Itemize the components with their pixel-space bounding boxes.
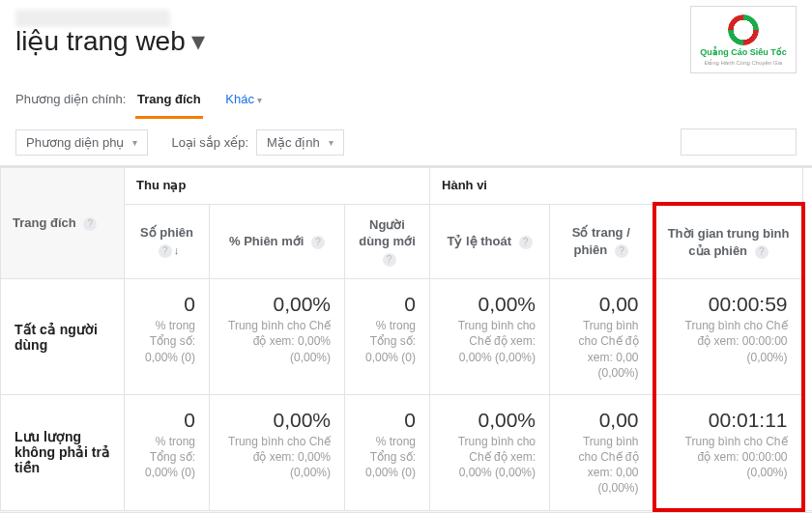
logo-text: Quảng Cáo Siêu Tốc: [700, 47, 787, 57]
search-input[interactable]: [681, 128, 797, 156]
cell-sessions: 0% trong Tổng số: 0,00% (0): [125, 394, 210, 510]
help-icon[interactable]: ?: [159, 244, 172, 258]
help-icon[interactable]: ?: [755, 245, 768, 259]
col-bounce-rate[interactable]: Tỷ lệ thoát ?: [430, 204, 550, 279]
col-pages-per-session[interactable]: Số trang / phiên ?: [550, 204, 654, 279]
cell-bounce: 0,00%Trung bình cho Chế độ xem: 0,00% (0…: [430, 394, 550, 510]
table-row: Lưu lượng không phải trả tiền 0% trong T…: [1, 394, 813, 510]
sort-value: Mặc định: [267, 135, 320, 150]
sort-desc-icon: ↓: [174, 244, 180, 256]
help-icon[interactable]: ?: [83, 217, 97, 231]
cell-avg-time: 00:00:59Trung bình cho Chế độ xem: 00:00…: [654, 279, 803, 395]
cell-sessions: 0% trong Tổng số: 0,00% (0): [125, 279, 210, 395]
row-label-all-users: Tất cả người dùng: [1, 279, 125, 395]
brand-logo: Quảng Cáo Siêu Tốc Đồng Hành Cùng Chuyên…: [690, 6, 797, 73]
cell-new-users: 0% trong Tổng số: 0,00% (0): [345, 279, 430, 395]
col-dimension[interactable]: Trang đích ?: [1, 168, 125, 279]
logo-swirl-icon: [728, 14, 759, 45]
col-group-behavior: Hành vi: [430, 168, 803, 205]
secondary-dimension-label: Phương diện phụ: [26, 135, 124, 150]
col-new-sessions[interactable]: % Phiên mới ?: [210, 204, 345, 279]
chevron-down-icon: ▾: [132, 137, 137, 148]
cell-avg-time: 00:01:11Trung bình cho Chế độ xem: 00:00…: [654, 394, 803, 510]
cell-new-sessions: 0,00%Trung bình cho Chế độ xem: 0,00% (0…: [210, 279, 345, 395]
col-new-users[interactable]: Người dùng mới ?: [345, 204, 430, 279]
tab-landing-page[interactable]: Trang đích: [135, 88, 203, 119]
col-avg-session-duration[interactable]: Thời gian trung bình của phiên ?: [654, 204, 803, 279]
sort-select[interactable]: Mặc định ▾: [256, 129, 344, 156]
logo-subtext: Đồng Hành Cùng Chuyên Gia: [705, 59, 782, 66]
cell-new-users: 0% trong Tổng số: 0,00% (0): [345, 394, 430, 510]
row-label-organic: Lưu lượng không phải trả tiền: [1, 394, 125, 510]
table-row: Tất cả người dùng 0% trong Tổng số: 0,00…: [1, 279, 813, 395]
chevron-down-icon[interactable]: ▾: [191, 25, 205, 57]
help-icon[interactable]: ?: [311, 236, 325, 249]
sort-label: Loại sắp xếp:: [171, 135, 248, 150]
help-icon[interactable]: ?: [519, 236, 533, 249]
col-group-cutoff: [803, 168, 812, 511]
col-sessions[interactable]: Số phiên?↓: [125, 204, 210, 279]
cell-new-sessions: 0,00%Trung bình cho Chế độ xem: 0,00% (0…: [210, 394, 345, 510]
cell-pages-per: 0,00Trung bình cho Chế độ xem: 0,00 (0,0…: [550, 279, 654, 395]
col-group-acquisition: Thu nạp: [125, 168, 430, 205]
data-table: Trang đích ? Thu nạp Hành vi Số phiên?↓ …: [0, 166, 812, 512]
page-title: liệu trang web: [15, 25, 186, 57]
primary-dimension-label: Phương diện chính:: [15, 92, 126, 106]
help-icon[interactable]: ?: [383, 253, 396, 267]
chevron-down-icon: ▾: [257, 95, 262, 105]
cell-bounce: 0,00%Trung bình cho Chế độ xem: 0,00% (0…: [430, 279, 550, 395]
tab-other-label: Khác: [225, 92, 254, 106]
help-icon[interactable]: ?: [615, 244, 628, 258]
secondary-dimension-select[interactable]: Phương diện phụ ▾: [15, 129, 148, 156]
chevron-down-icon: ▾: [329, 137, 334, 148]
cell-pages-per: 0,00Trung bình cho Chế độ xem: 0,00 (0,0…: [550, 394, 654, 510]
breadcrumb-blurred: [15, 10, 170, 27]
tab-other[interactable]: Khác▾: [223, 88, 264, 116]
